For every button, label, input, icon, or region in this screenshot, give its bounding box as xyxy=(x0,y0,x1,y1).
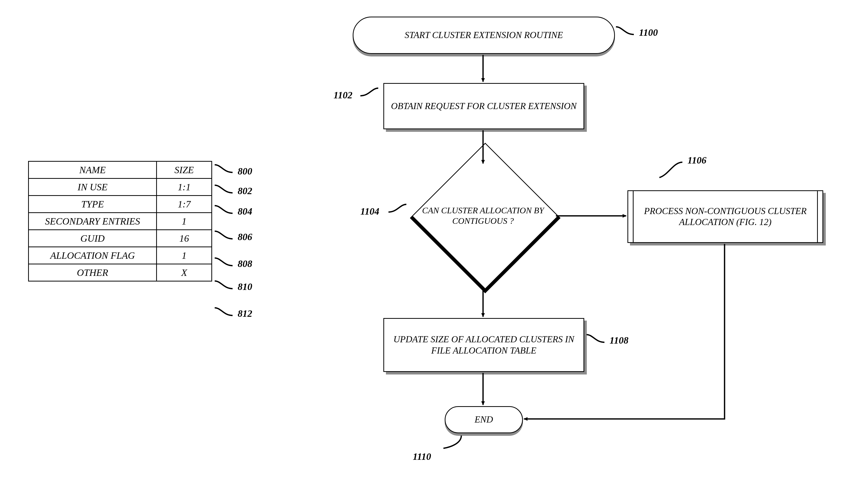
callout-lead-icon xyxy=(442,434,468,452)
process-update: UPDATE SIZE OF ALLOCATED CLUSTERS IN FIL… xyxy=(383,318,584,372)
cell-size: 1 xyxy=(157,247,212,264)
ref-label: 806 xyxy=(238,231,252,242)
cell-size: 16 xyxy=(157,230,212,247)
ref-label: 1100 xyxy=(639,27,658,38)
table-row: GUID 16 xyxy=(29,230,212,247)
callout-lead-icon xyxy=(213,229,234,241)
start-text: START CLUSTER EXTENSION ROUTINE xyxy=(405,30,563,41)
cell-name: TYPE xyxy=(29,196,157,213)
callout-lead-icon xyxy=(359,86,379,98)
ref-label: 810 xyxy=(238,281,252,292)
end-text: END xyxy=(475,414,493,425)
table-row: SECONDARY ENTRIES 1 xyxy=(29,213,212,230)
subprocess-text: PROCESS NON-CONTIGUOUS CLUSTER ALLOCATIO… xyxy=(628,205,823,228)
subprocess-noncontiguous: PROCESS NON-CONTIGUOUS CLUSTER ALLOCATIO… xyxy=(628,190,823,243)
ref-label: 1108 xyxy=(610,335,629,346)
header-name: NAME xyxy=(29,161,157,179)
subroutine-stripe-left-icon xyxy=(633,191,634,242)
start-terminator: START CLUSTER EXTENSION ROUTINE xyxy=(353,17,615,54)
ref-label: 804 xyxy=(238,205,252,217)
callout-lead-icon xyxy=(213,162,234,175)
callout-lead-icon xyxy=(585,332,606,345)
table-header-row: NAME SIZE xyxy=(29,161,212,179)
ref-label: 1102 xyxy=(334,89,352,101)
table-row: TYPE 1:7 xyxy=(29,196,212,213)
ref-label: 800 xyxy=(238,165,252,177)
callout-lead-icon xyxy=(213,278,234,291)
process-obtain: OBTAIN REQUEST FOR CLUSTER EXTENSION xyxy=(383,83,584,129)
header-size: SIZE xyxy=(157,161,212,179)
table: NAME SIZE IN USE 1:1 TYPE 1:7 SECONDARY … xyxy=(28,161,212,282)
table-row: ALLOCATION FLAG 1 xyxy=(29,247,212,264)
decision-text: CAN CLUSTER ALLOCATION BY CONTIGUOUS ? xyxy=(414,165,552,267)
cell-name: SECONDARY ENTRIES xyxy=(29,213,157,230)
cell-size: 1:1 xyxy=(157,179,212,196)
cell-size: 1 xyxy=(157,213,212,230)
subroutine-stripe-right-icon xyxy=(817,191,818,242)
cell-name: OTHER xyxy=(29,264,157,281)
callout-lead-icon xyxy=(213,183,234,195)
ref-label: 1104 xyxy=(360,205,379,217)
cell-size: X xyxy=(157,264,212,281)
ref-label: 1110 xyxy=(413,451,431,462)
decision-contiguous: CAN CLUSTER ALLOCATION BY CONTIGUOUS ? xyxy=(432,165,534,267)
process-text: OBTAIN REQUEST FOR CLUSTER EXTENSION xyxy=(388,101,579,112)
table-row: IN USE 1:1 xyxy=(29,179,212,196)
callout-lead-icon xyxy=(658,160,684,180)
callout-lead-icon xyxy=(615,24,635,37)
end-terminator: END xyxy=(445,406,523,433)
ref-label: 812 xyxy=(238,308,252,319)
callout-lead-icon xyxy=(213,255,234,268)
cell-name: GUID xyxy=(29,230,157,247)
ref-label: 802 xyxy=(238,185,252,196)
definition-table: NAME SIZE IN USE 1:1 TYPE 1:7 SECONDARY … xyxy=(28,161,212,282)
table-row: OTHER X xyxy=(29,264,212,281)
ref-label: 808 xyxy=(238,258,252,269)
cell-size: 1:7 xyxy=(157,196,212,213)
process-text: UPDATE SIZE OF ALLOCATED CLUSTERS IN FIL… xyxy=(384,334,583,356)
ref-label: 1106 xyxy=(688,155,706,166)
callout-lead-icon xyxy=(213,203,234,216)
cell-name: IN USE xyxy=(29,179,157,196)
cell-name: ALLOCATION FLAG xyxy=(29,247,157,264)
callout-lead-icon xyxy=(387,202,408,215)
callout-lead-icon xyxy=(213,305,234,318)
